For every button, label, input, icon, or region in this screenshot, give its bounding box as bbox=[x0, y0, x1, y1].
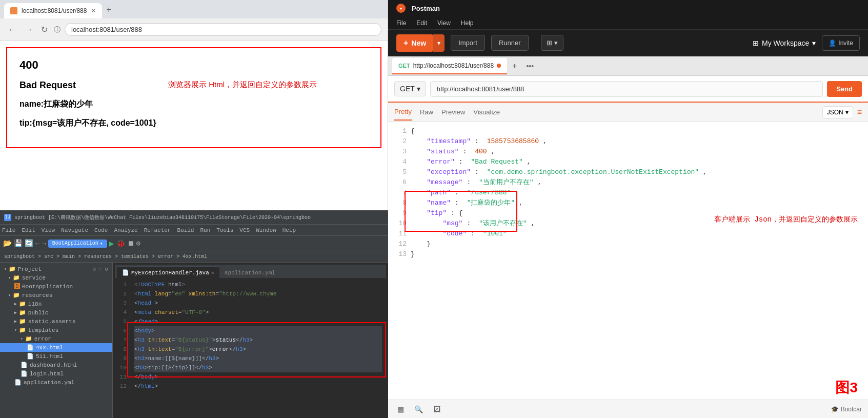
new-plus-icon: + bbox=[403, 38, 408, 48]
tree-label-resources: resources bbox=[22, 292, 52, 298]
panel-icon-btn[interactable]: ▤ bbox=[394, 403, 407, 415]
json-line-13: 13 } bbox=[394, 249, 862, 260]
tree-4xx[interactable]: 📄 4xx.html bbox=[0, 343, 112, 352]
reload-btn[interactable]: ↻ bbox=[39, 23, 50, 36]
postman-menu-view[interactable]: View bbox=[437, 19, 451, 27]
tree-511[interactable]: 📄 511.html bbox=[0, 352, 112, 361]
line-numbers: 12345 678910 1112 bbox=[115, 278, 130, 418]
json-line-5: 5 "exception" : "com.demo.springboot.exc… bbox=[394, 167, 862, 177]
json-val-timestamp: 1585753685860 bbox=[487, 136, 539, 147]
menu-navigate[interactable]: Navigate bbox=[61, 227, 88, 233]
back-nav-icon[interactable]: ← bbox=[35, 240, 39, 248]
code-line-4: <meta charset="UTF-8"> bbox=[134, 308, 382, 317]
sync-icon[interactable]: 🔄 bbox=[25, 239, 33, 248]
save-icon[interactable]: 💾 bbox=[14, 239, 23, 248]
menu-build[interactable]: Build bbox=[177, 227, 194, 233]
tree-static[interactable]: ▶ 📁 static.asserts bbox=[0, 317, 112, 326]
json-line-12: 12 } bbox=[394, 239, 862, 249]
menu-file[interactable]: File bbox=[2, 227, 15, 233]
tree-resources[interactable]: ▾ 📁 resources bbox=[0, 291, 112, 300]
tree-appyml[interactable]: 📄 application.yml bbox=[0, 378, 112, 387]
json-linenum-8: 8 bbox=[394, 198, 407, 208]
resp-tab-raw[interactable]: Raw bbox=[420, 104, 433, 120]
figure-label: 图3 bbox=[835, 378, 858, 397]
editor-tab-close-1[interactable]: ✕ bbox=[211, 270, 214, 276]
postman-menu-help[interactable]: Help bbox=[461, 19, 474, 27]
image-btn[interactable]: 🖼 bbox=[430, 403, 443, 415]
resp-tab-visualize[interactable]: Visualize bbox=[473, 104, 500, 120]
error-code: 400 bbox=[19, 58, 368, 72]
tree-project[interactable]: ▾ 📁 Project ⊕ ≡ ⚙ bbox=[0, 265, 112, 273]
workspace-btn[interactable]: ⊞ My Workspace ▾ bbox=[753, 39, 816, 47]
postman-menu-edit[interactable]: Edit bbox=[416, 19, 427, 27]
forward-nav-icon[interactable]: → bbox=[42, 240, 46, 248]
json-val-error: "Bad Request" bbox=[471, 157, 522, 167]
json-linenum-5: 5 bbox=[394, 167, 407, 177]
menu-view[interactable]: View bbox=[42, 227, 55, 233]
send-button[interactable]: Send bbox=[827, 81, 862, 97]
bootcamp-text: Bootcar bbox=[841, 406, 862, 413]
forward-btn[interactable]: → bbox=[23, 23, 35, 36]
run-config-btn[interactable]: BootApplication ▾ bbox=[48, 240, 107, 248]
import-button[interactable]: Import bbox=[451, 35, 485, 51]
menu-run[interactable]: Run bbox=[200, 227, 210, 233]
browser-tab[interactable]: localhost:8081/user/888 ✕ bbox=[4, 3, 102, 18]
new-button[interactable]: + New bbox=[396, 34, 433, 52]
code-line-8: <h3 th:text="${error}">error</h3> bbox=[134, 345, 382, 354]
menu-analyze[interactable]: Analyze bbox=[114, 227, 137, 233]
format-select[interactable]: JSON ▾ bbox=[822, 106, 853, 118]
new-tab-btn[interactable]: + bbox=[102, 1, 115, 18]
new-dropdown-btn[interactable]: ▾ bbox=[433, 34, 445, 52]
tree-arrow-resources: ▾ bbox=[8, 293, 11, 297]
code-line-7: <h3 th:text="${status}">status</h3> bbox=[134, 335, 382, 345]
tree-i18n[interactable]: ▶ 📁 i18n bbox=[0, 300, 112, 308]
back-btn[interactable]: ← bbox=[6, 23, 18, 36]
tree-templates[interactable]: ▾ 📁 templates bbox=[0, 326, 112, 334]
tree-login[interactable]: 📄 login.html bbox=[0, 369, 112, 378]
code-content[interactable]: <!DOCTYPE html> <html lang="en" xmlns:th… bbox=[130, 278, 386, 418]
tree-dashboard[interactable]: 📄 dashboard.html bbox=[0, 361, 112, 369]
resp-tab-pretty[interactable]: Pretty bbox=[394, 104, 412, 121]
editor-tab-2[interactable]: application.yml bbox=[219, 268, 280, 278]
invite-button[interactable]: 👤 Invite bbox=[822, 35, 860, 51]
tree-label-4xx: 4xx.html bbox=[36, 345, 63, 351]
ide-logo-icon: IJ bbox=[4, 214, 11, 221]
postman-menu-file[interactable]: File bbox=[396, 19, 406, 27]
url-input[interactable] bbox=[430, 81, 823, 97]
debug-btn[interactable]: 🐞 bbox=[116, 239, 125, 248]
collections-btn[interactable]: ⊞ ▾ bbox=[541, 35, 563, 51]
address-input[interactable] bbox=[65, 23, 381, 36]
ide-editor: 📄 MyExceptionHandler.java ✕ application.… bbox=[113, 263, 388, 418]
tree-public[interactable]: ▶ 📁 public bbox=[0, 308, 112, 317]
runner-button[interactable]: Runner bbox=[491, 35, 529, 51]
tree-error[interactable]: ▾ 📁 error bbox=[0, 334, 112, 343]
wrap-btn[interactable]: ≡ bbox=[857, 108, 862, 117]
response-bottom-toolbar: ▤ 🔍 🖼 🎓 Bootcar bbox=[388, 400, 868, 418]
menu-edit[interactable]: Edit bbox=[22, 227, 35, 233]
method-select[interactable]: GET ▾ bbox=[394, 81, 426, 96]
tree-bootapp[interactable]: 🅱 BootApplication bbox=[0, 282, 112, 291]
menu-code[interactable]: Code bbox=[94, 227, 108, 233]
menu-tools[interactable]: Tools bbox=[216, 227, 233, 233]
workspace-label: My Workspace bbox=[762, 39, 809, 47]
tree-service[interactable]: ▾ 📁 service bbox=[0, 273, 112, 282]
menu-vcs[interactable]: VCS bbox=[239, 227, 250, 233]
tab-add-btn[interactable]: + bbox=[508, 58, 521, 74]
editor-tab-1[interactable]: 📄 MyExceptionHandler.java ✕ bbox=[117, 267, 219, 278]
resp-tab-preview[interactable]: Preview bbox=[441, 104, 465, 120]
menu-window[interactable]: Window bbox=[256, 227, 276, 233]
menu-refactor[interactable]: Refactor bbox=[144, 227, 171, 233]
menu-help[interactable]: Help bbox=[282, 227, 296, 233]
settings-icon[interactable]: ⚙ bbox=[136, 239, 140, 248]
ide-sidebar-tree: ▾ 📁 Project ⊕ ≡ ⚙ ▾ 📁 service 🅱 BootAppl… bbox=[0, 263, 113, 418]
request-tab-1[interactable]: GET http://localhost:8081/user/888 bbox=[392, 58, 507, 74]
stop-btn[interactable]: ⏹ bbox=[127, 240, 134, 248]
tab-close-btn[interactable]: ✕ bbox=[91, 7, 96, 14]
postman-panel: ● Postman File Edit View Help + New ▾ Im… bbox=[388, 0, 868, 418]
tab-more-btn[interactable]: ••• bbox=[522, 59, 538, 73]
file-login-icon: 📄 bbox=[21, 370, 28, 377]
folder-open-icon[interactable]: 📂 bbox=[3, 239, 12, 248]
run-btn[interactable]: ▶ bbox=[109, 238, 114, 249]
json-tip-close: } bbox=[411, 239, 431, 249]
search-btn[interactable]: 🔍 bbox=[411, 403, 426, 415]
